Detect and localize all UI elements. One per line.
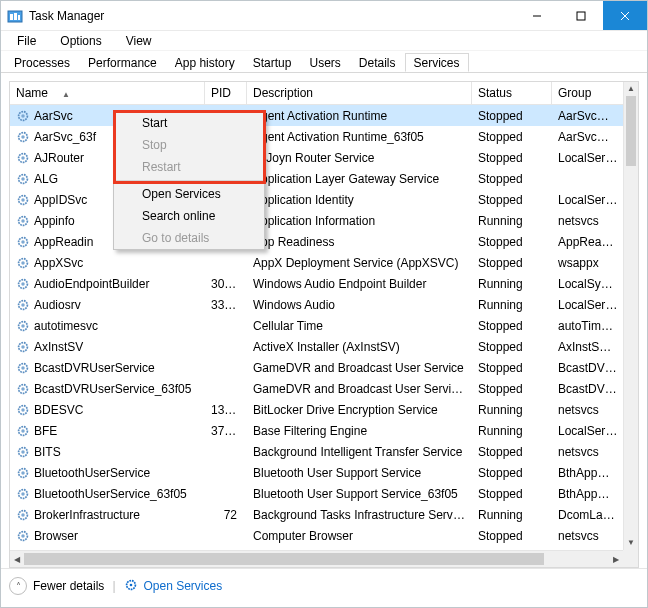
table-row[interactable]: AppIDSvcApplication IdentityStoppedLocal… <box>10 189 638 210</box>
footer-bar: ˄ Fewer details | Open Services <box>1 569 647 603</box>
service-gear-icon <box>16 298 30 312</box>
table-row[interactable]: BluetoothUserService_63f05Bluetooth User… <box>10 483 638 504</box>
svg-point-39 <box>21 429 25 433</box>
table-row[interactable]: BluetoothUserServiceBluetooth User Suppo… <box>10 462 638 483</box>
col-description[interactable]: Description <box>247 82 472 104</box>
service-desc: Bluetooth User Support Service_63f05 <box>247 487 472 501</box>
service-status: Stopped <box>472 445 552 459</box>
table-row[interactable]: AppinfoApplication InformationRunningnet… <box>10 210 638 231</box>
col-group[interactable]: Group <box>552 82 624 104</box>
svg-point-43 <box>21 471 25 475</box>
svg-point-27 <box>21 303 25 307</box>
close-button[interactable] <box>603 1 647 30</box>
service-pid: 3748 <box>205 424 247 438</box>
service-group: BthAppGrou <box>552 487 624 501</box>
scroll-down-icon[interactable]: ▼ <box>624 536 638 550</box>
tab-details[interactable]: Details <box>350 53 405 72</box>
service-group: AppReadine <box>552 235 624 249</box>
svg-point-25 <box>21 282 25 286</box>
service-name: BDESVC <box>34 403 83 417</box>
ctx-separator <box>115 180 263 181</box>
ctx-open-services[interactable]: Open Services <box>114 183 264 205</box>
table-row[interactable]: BFE3748Base Filtering EngineRunningLocal… <box>10 420 638 441</box>
service-name: AarSvc <box>34 109 73 123</box>
tab-performance[interactable]: Performance <box>79 53 166 72</box>
svg-rect-2 <box>14 13 17 20</box>
tab-processes[interactable]: Processes <box>5 53 79 72</box>
table-row[interactable]: AarSvc_63fAgent Activation Runtime_63f05… <box>10 126 638 147</box>
table-row[interactable]: AxInstSVActiveX Installer (AxInstSV)Stop… <box>10 336 638 357</box>
table-row[interactable]: BcastDVRUserServiceGameDVR and Broadcast… <box>10 357 638 378</box>
horizontal-scrollbar[interactable]: ◀ ▶ <box>10 550 623 567</box>
ctx-restart: Restart <box>114 156 264 178</box>
table-row[interactable]: AudioEndpointBuilder3024Windows Audio En… <box>10 273 638 294</box>
maximize-button[interactable] <box>559 1 603 30</box>
minimize-button[interactable] <box>515 1 559 30</box>
service-status: Stopped <box>472 382 552 396</box>
tab-services[interactable]: Services <box>405 53 469 72</box>
vscroll-thumb[interactable] <box>626 96 636 166</box>
table-row[interactable]: autotimesvcCellular TimeStoppedautoTimeS… <box>10 315 638 336</box>
service-gear-icon <box>16 382 30 396</box>
service-status: Running <box>472 424 552 438</box>
table-row[interactable]: BITSBackground Intelligent Transfer Serv… <box>10 441 638 462</box>
col-name[interactable]: Name▲ <box>10 82 205 104</box>
service-status: Stopped <box>472 256 552 270</box>
hscroll-thumb[interactable] <box>24 553 544 565</box>
service-desc: GameDVR and Broadcast User Servic... <box>247 382 472 396</box>
service-desc: Application Information <box>247 214 472 228</box>
service-desc: Agent Activation Runtime_63f05 <box>247 130 472 144</box>
table-row[interactable]: Audiosrv3328Windows AudioRunningLocalSer… <box>10 294 638 315</box>
tab-app-history[interactable]: App history <box>166 53 244 72</box>
ctx-start[interactable]: Start <box>114 112 264 134</box>
service-name: AarSvc_63f <box>34 130 96 144</box>
scroll-left-icon[interactable]: ◀ <box>10 551 24 567</box>
table-row[interactable]: BrokerInfrastructure72Background Tasks I… <box>10 504 638 525</box>
table-row[interactable]: BrowserComputer BrowserStoppednetsvcs <box>10 525 638 546</box>
svg-point-53 <box>129 583 132 586</box>
service-status: Stopped <box>472 130 552 144</box>
service-name: BrokerInfrastructure <box>34 508 140 522</box>
svg-point-41 <box>21 450 25 454</box>
table-row[interactable]: BcastDVRUserService_63f05GameDVR and Bro… <box>10 378 638 399</box>
service-pid: 1392 <box>205 403 247 417</box>
menu-options[interactable]: Options <box>48 32 113 50</box>
tab-startup[interactable]: Startup <box>244 53 301 72</box>
col-pid[interactable]: PID <box>205 82 247 104</box>
service-group: LocalService <box>552 424 624 438</box>
scroll-right-icon[interactable]: ▶ <box>609 551 623 567</box>
fewer-details-button[interactable]: ˄ Fewer details <box>9 577 104 595</box>
service-name: AxInstSV <box>34 340 83 354</box>
service-desc: App Readiness <box>247 235 472 249</box>
service-desc: Windows Audio <box>247 298 472 312</box>
service-gear-icon <box>16 340 30 354</box>
sort-asc-icon: ▲ <box>62 90 70 99</box>
service-group: autoTimeSv <box>552 319 624 333</box>
services-table[interactable]: Name▲ PID Description Status Group AarSv… <box>9 81 639 568</box>
menu-file[interactable]: File <box>5 32 48 50</box>
service-status: Stopped <box>472 193 552 207</box>
menu-view[interactable]: View <box>114 32 164 50</box>
service-status: Stopped <box>472 151 552 165</box>
svg-point-9 <box>21 114 25 118</box>
scroll-up-icon[interactable]: ▲ <box>624 82 638 96</box>
col-status[interactable]: Status <box>472 82 552 104</box>
service-desc: BitLocker Drive Encryption Service <box>247 403 472 417</box>
service-name: BcastDVRUserService <box>34 361 155 375</box>
ctx-search-online[interactable]: Search online <box>114 205 264 227</box>
table-row[interactable]: BDESVC1392BitLocker Drive Encryption Ser… <box>10 399 638 420</box>
service-group: BcastDVRUs <box>552 382 624 396</box>
vertical-scrollbar[interactable]: ▲ ▼ <box>623 82 638 550</box>
ctx-stop: Stop <box>114 134 264 156</box>
table-row[interactable]: AppXSvcAppX Deployment Service (AppXSVC)… <box>10 252 638 273</box>
open-services-link[interactable]: Open Services <box>124 578 223 595</box>
service-group: LocalService <box>552 193 624 207</box>
svg-point-49 <box>21 534 25 538</box>
table-row[interactable]: AppReadinApp ReadinessStoppedAppReadine <box>10 231 638 252</box>
tab-strip: Processes Performance App history Startu… <box>1 51 647 73</box>
table-row[interactable]: ALGApplication Layer Gateway ServiceStop… <box>10 168 638 189</box>
table-row[interactable]: AarSvcAgent Activation RuntimeStoppedAar… <box>10 105 638 126</box>
table-row[interactable]: AJRouterAllJoyn Router ServiceStoppedLoc… <box>10 147 638 168</box>
svg-rect-1 <box>10 14 13 20</box>
tab-users[interactable]: Users <box>300 53 349 72</box>
